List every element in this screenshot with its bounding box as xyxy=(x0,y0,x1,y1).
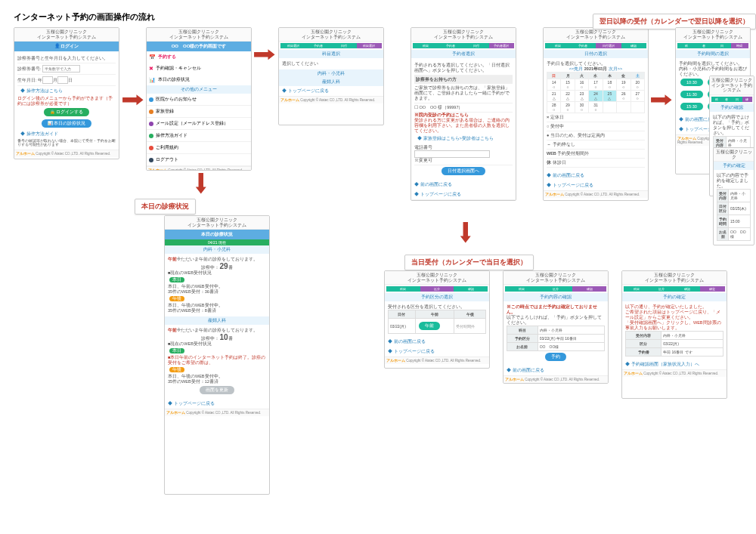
dept-1: 内科・小児科 xyxy=(165,245,269,254)
dept-1[interactable]: 内科・小児科 xyxy=(279,69,383,78)
menu-item[interactable]: 医院からのお知らせ xyxy=(147,94,251,106)
greeting: OO OO様の予約画面です xyxy=(147,42,251,51)
patient-head: 予約される方を選択してください。「日付選択画面へ」ボタンを押してください。 xyxy=(414,61,513,76)
menu-item[interactable]: ログアウト xyxy=(147,154,251,166)
arrow-down-icon: ➡ xyxy=(189,171,214,194)
guide-link[interactable]: 操作方法ガイド xyxy=(17,129,116,139)
menu-item[interactable]: 家族登録 xyxy=(147,106,251,118)
screen-sd-confirm: 五桜公園クリニックインターネット予約システム 科目区分確認 予約内容の確認 ※こ… xyxy=(503,270,609,384)
time-slot[interactable]: 11:30 xyxy=(680,91,703,98)
birth-row: 生年月日: 年月日 xyxy=(17,75,116,86)
arrow-icon: ➡ xyxy=(253,42,275,66)
patient-1[interactable]: ☐ OO OO 様（99997） xyxy=(414,103,513,113)
birth-m[interactable] xyxy=(57,76,68,84)
cal-month: 2021年03月 xyxy=(584,66,607,71)
back-link[interactable]: 前の画面に戻る xyxy=(544,171,648,181)
prev-month[interactable]: <<先月 xyxy=(569,66,583,71)
menu-item[interactable]: 操作方法ガイド xyxy=(147,130,251,142)
time-slot[interactable]: 15:30 xyxy=(680,103,703,110)
top-link[interactable]: トップページに戻る xyxy=(411,190,516,199)
back-link[interactable]: 前の画面に戻る xyxy=(411,180,516,190)
status-button[interactable]: 📊 本日の診療状況 xyxy=(42,119,92,128)
card-row: 診察券番号: xyxy=(17,63,116,75)
arrow-icon: ➡ xyxy=(121,87,144,112)
am-btn[interactable]: 午前 xyxy=(419,322,440,330)
login-bar: 👤 ログイン xyxy=(14,42,119,51)
card-input[interactable] xyxy=(42,65,80,73)
add-link[interactable]: 家族登録はこちら>受診者はこちら xyxy=(414,134,513,144)
screen-done-next: 五桜公園クリニック 予約の確定 以下の内容で予約を確定しました。 受付内容内科・… xyxy=(713,147,754,245)
refresh-btn[interactable]: 画面を更新 xyxy=(200,386,234,394)
screen-patient: 五桜公園クリニックインターネット予約システム 科目予約者日付予約者選択 予約者選… xyxy=(411,27,516,201)
tel-input[interactable] xyxy=(414,150,490,158)
menu-item[interactable]: メール設定（メールアドレス登録） xyxy=(147,118,251,130)
login-desc: 診察券番号と生年月日を入力してください。 xyxy=(17,54,116,63)
label-same-day: 当日受付（カレンダーで当日を選択） xyxy=(404,255,534,270)
screen-status: 五桜公園クリニックインターネット予約システム 本日の診療状況 04/21 現在 … xyxy=(164,215,270,495)
menu-item[interactable]: ご利用規約 xyxy=(147,142,251,154)
calendar-table[interactable]: 日月火水木金土14○15○16○17○18○19○20○21△22△23△24△… xyxy=(547,72,645,113)
reserve-link[interactable]: 📅予約する xyxy=(147,51,251,63)
screen-calendar: 五桜公園クリニックインターネット予約システム 科目予約者日付選択確認 日付の選択… xyxy=(543,27,649,201)
clinic-header: 五桜公園クリニックインターネット予約システム xyxy=(14,28,119,42)
dept-bar: 科目選択 xyxy=(279,50,383,58)
birth-y[interactable] xyxy=(42,76,53,84)
q-body: ご家族で診察券をお持ちの方は、「家族登録」画面にて、ご登録されましたら一緒に予約… xyxy=(414,84,513,103)
dept-2: 産婦人科 xyxy=(165,316,269,325)
dept-2[interactable]: 産婦人科 xyxy=(279,78,383,86)
arrow-icon: ➡ xyxy=(649,87,672,112)
menu-section: その他のメニュー xyxy=(147,85,251,94)
screen-dept: 五桜公園クリニックインターネット予約システム 科目選択予約者日付科目選択 科目選… xyxy=(278,27,384,125)
login-button[interactable]: 🔒 ログインする xyxy=(44,108,90,116)
cancel-link[interactable]: ✖予約確認・キャンセル xyxy=(147,63,251,74)
top-link[interactable]: トップページに戻る xyxy=(544,181,648,190)
screen-menu: 五桜公園クリニックインターネット予約システム OO OO様の予約画面です 📅予約… xyxy=(146,27,252,171)
next-month[interactable]: 次月>> xyxy=(609,66,622,71)
login-warn: 番号の確認等が取れない場合、本院にて受付・予約をお断りする可能性があります xyxy=(17,139,116,147)
screen-sd-select: 五桜公園クリニックインターネット予約システム 科目区分確認 予約区分の選択 受付… xyxy=(384,270,490,369)
page-title: インターネット予約の画面操作の流れ xyxy=(14,11,155,23)
next-btn[interactable]: 日付選択画面へ xyxy=(442,167,485,175)
login-note: ログイン後のメニューから予約ができます（予約には診察券が必要です） xyxy=(17,96,116,106)
screen-login: 五桜公園クリニックインターネット予約システム 👤 ログイン 診察券番号と生年月日… xyxy=(14,27,119,159)
no-note: 受診される方に変更がある場合は、ご連絡の内容欄を利用下さい。また患者様の人数を選… xyxy=(414,118,513,134)
status-link[interactable]: 📊本日の診療状況 xyxy=(147,74,251,85)
arrow-down-icon: ➡ xyxy=(454,221,479,243)
label-today-status: 本日の診療状況 xyxy=(135,199,196,215)
q-head: 診察券をお持ちの方 xyxy=(414,76,513,84)
screen-sd-done: 五桜公園クリニックインターネット予約システム 科目区分確認確定 予約の確定 以下… xyxy=(621,270,727,399)
reserve-btn[interactable]: 予約 xyxy=(545,353,566,361)
time-slot[interactable]: 10:30 xyxy=(680,79,703,86)
dept-prompt: 選択してください xyxy=(279,58,383,69)
manual-link[interactable]: 操作方法はこちら xyxy=(17,86,116,96)
top-link[interactable]: トップページに戻る xyxy=(279,86,383,96)
